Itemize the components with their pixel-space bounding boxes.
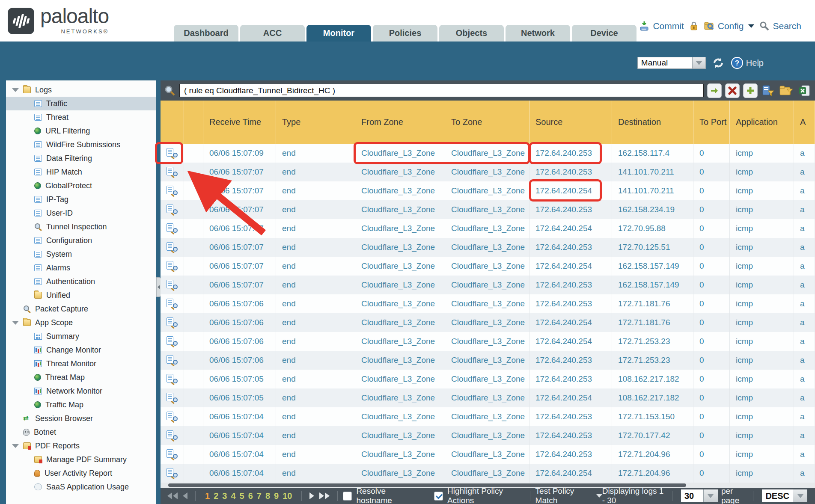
log-detail-icon[interactable] <box>167 412 178 422</box>
sidebar-item-traffic-map[interactable]: Traffic Map <box>6 398 156 412</box>
sidebar-item-session-browser[interactable]: Session Browser <box>6 412 156 425</box>
column-header-application[interactable]: Application <box>730 101 794 144</box>
log-row[interactable]: 06/06 15:07:04endCloudflare_L3_ZoneCloud… <box>161 426 815 445</box>
config-button[interactable]: Config <box>704 21 755 31</box>
log-detail-icon[interactable] <box>167 449 178 460</box>
per-page-dropdown-button[interactable] <box>703 489 718 502</box>
log-row[interactable]: 06/06 15:07:07endCloudflare_L3_ZoneCloud… <box>161 200 815 219</box>
log-detail-icon[interactable] <box>167 393 178 403</box>
log-row[interactable]: 06/06 15:07:09endCloudflare_L3_ZoneCloud… <box>161 144 815 163</box>
resolve-hostname-checkbox[interactable] <box>343 492 352 501</box>
sidebar-item-ip-tag[interactable]: IP-Tag <box>6 193 156 206</box>
expander-triangle-icon[interactable] <box>12 88 19 92</box>
sidebar-item-globalprotect[interactable]: GlobalProtect <box>6 179 156 193</box>
log-row[interactable]: 06/06 15:07:06endCloudflare_L3_ZoneCloud… <box>161 313 815 332</box>
sidebar-item-system[interactable]: System <box>6 247 156 261</box>
page-number-6[interactable]: 6 <box>248 491 253 501</box>
sidebar-item-manage-pdf-summary[interactable]: Manage PDF Summary <box>6 453 156 466</box>
log-row[interactable]: 06/06 15:07:05endCloudflare_L3_ZoneCloud… <box>161 370 815 388</box>
lock-button[interactable] <box>689 21 699 31</box>
sidebar-item-network-monitor[interactable]: Network Monitor <box>6 384 156 398</box>
column-header-blank-0[interactable] <box>161 101 184 144</box>
log-row[interactable]: 06/06 15:07:04endCloudflare_L3_ZoneCloud… <box>161 407 815 426</box>
first-page-button[interactable] <box>167 492 178 499</box>
sidebar-item-saas-application-usage[interactable]: SaaS Application Usage <box>6 480 156 494</box>
sidebar-item-tunnel-inspection[interactable]: Tunnel Inspection <box>6 220 156 234</box>
column-header-source[interactable]: Source <box>529 101 612 144</box>
sort-order-select[interactable]: DESC <box>762 489 807 502</box>
next-page-button[interactable] <box>309 492 314 499</box>
log-row[interactable]: 06/06 15:07:07endCloudflare_L3_ZoneCloud… <box>161 181 815 200</box>
log-detail-icon[interactable] <box>167 468 178 478</box>
column-header-from-zone[interactable]: From Zone <box>355 101 445 144</box>
log-row[interactable]: 06/06 15:07:07endCloudflare_L3_ZoneCloud… <box>161 238 815 257</box>
sidebar-item-unified[interactable]: Unified <box>6 288 156 302</box>
last-page-button[interactable] <box>319 492 330 499</box>
column-header-to-zone[interactable]: To Zone <box>445 101 529 144</box>
log-row[interactable]: 06/06 15:07:07endCloudflare_L3_ZoneCloud… <box>161 219 815 238</box>
tab-device[interactable]: Device <box>572 25 637 42</box>
sidebar-item-data-filtering[interactable]: Data Filtering <box>6 151 156 165</box>
sidebar-item-threat[interactable]: Threat <box>6 110 156 124</box>
log-row[interactable]: 06/06 15:07:07endCloudflare_L3_ZoneCloud… <box>161 257 815 276</box>
log-row[interactable]: 06/06 15:07:07endCloudflare_L3_ZoneCloud… <box>161 276 815 294</box>
sidebar-item-botnet[interactable]: Botnet <box>6 425 156 439</box>
sidebar-item-wildfire-submissions[interactable]: WildFire Submissions <box>6 138 156 151</box>
sidebar-item-alarms[interactable]: Alarms <box>6 261 156 275</box>
tab-monitor[interactable]: Monitor <box>306 25 371 42</box>
filter-query-input[interactable] <box>179 84 704 97</box>
log-detail-icon[interactable] <box>167 148 178 158</box>
sidebar-item-packet-capture[interactable]: Packet Capture <box>6 302 156 316</box>
add-filter-button[interactable] <box>743 83 758 98</box>
page-number-9[interactable]: 9 <box>274 491 279 501</box>
column-header-blank-1[interactable] <box>184 101 203 144</box>
filter-builder-button[interactable] <box>761 83 776 98</box>
sidebar-item-pdf-reports[interactable]: PDF Reports <box>6 439 156 453</box>
page-number-8[interactable]: 8 <box>265 491 270 501</box>
load-filter-button[interactable] <box>779 83 794 98</box>
column-header-a[interactable]: A <box>794 101 815 144</box>
tab-objects[interactable]: Objects <box>439 25 504 42</box>
search-button[interactable]: Search <box>759 21 801 31</box>
log-detail-icon[interactable] <box>167 374 178 384</box>
page-number-3[interactable]: 3 <box>222 491 227 501</box>
log-detail-icon[interactable] <box>167 223 178 234</box>
page-number-7[interactable]: 7 <box>257 491 262 501</box>
refresh-interval-dropdown-button[interactable] <box>692 57 706 69</box>
column-header-receive-time[interactable]: Receive Time <box>203 101 276 144</box>
sidebar-item-threat-map[interactable]: Threat Map <box>6 371 156 384</box>
log-row[interactable]: 06/06 15:07:04endCloudflare_L3_ZoneCloud… <box>161 464 815 483</box>
apply-filter-button[interactable] <box>707 83 722 98</box>
horizontal-scrollbar[interactable] <box>161 483 815 488</box>
log-detail-icon[interactable] <box>167 299 178 309</box>
tab-acc[interactable]: ACC <box>240 25 305 42</box>
log-detail-icon[interactable] <box>167 167 178 177</box>
log-detail-icon[interactable] <box>167 242 178 252</box>
refresh-icon[interactable] <box>712 56 725 69</box>
page-number-10[interactable]: 10 <box>283 491 292 501</box>
sidebar-item-logs[interactable]: Logs <box>6 83 156 97</box>
sidebar-item-hip-match[interactable]: HIP Match <box>6 165 156 179</box>
export-csv-button[interactable] <box>797 83 812 98</box>
log-detail-icon[interactable] <box>167 280 178 290</box>
horizontal-scrollbar-thumb[interactable] <box>168 483 686 487</box>
log-row[interactable]: 06/06 15:07:06endCloudflare_L3_ZoneCloud… <box>161 294 815 313</box>
per-page-select[interactable]: 30 <box>681 489 718 502</box>
commit-button[interactable]: Commit <box>639 21 684 32</box>
log-row[interactable]: 06/06 15:07:04endCloudflare_L3_ZoneCloud… <box>161 445 815 464</box>
sidebar-item-app-scope[interactable]: App Scope <box>6 316 156 329</box>
column-header-to-port[interactable]: To Port <box>693 101 730 144</box>
refresh-interval-select[interactable]: Manual <box>637 57 706 69</box>
log-detail-icon[interactable] <box>167 317 178 328</box>
tab-policies[interactable]: Policies <box>373 25 437 42</box>
page-number-4[interactable]: 4 <box>231 491 235 501</box>
sort-order-dropdown-button[interactable] <box>793 489 807 502</box>
page-number-1[interactable]: 1 <box>205 491 210 501</box>
log-detail-icon[interactable] <box>167 336 178 347</box>
sidebar-item-traffic[interactable]: Traffic <box>6 97 156 110</box>
log-detail-icon[interactable] <box>167 261 178 271</box>
expander-triangle-icon[interactable] <box>12 444 19 448</box>
help-button[interactable]: ? Help <box>731 56 764 69</box>
column-header-type[interactable]: Type <box>276 101 355 144</box>
page-number-2[interactable]: 2 <box>214 491 218 501</box>
